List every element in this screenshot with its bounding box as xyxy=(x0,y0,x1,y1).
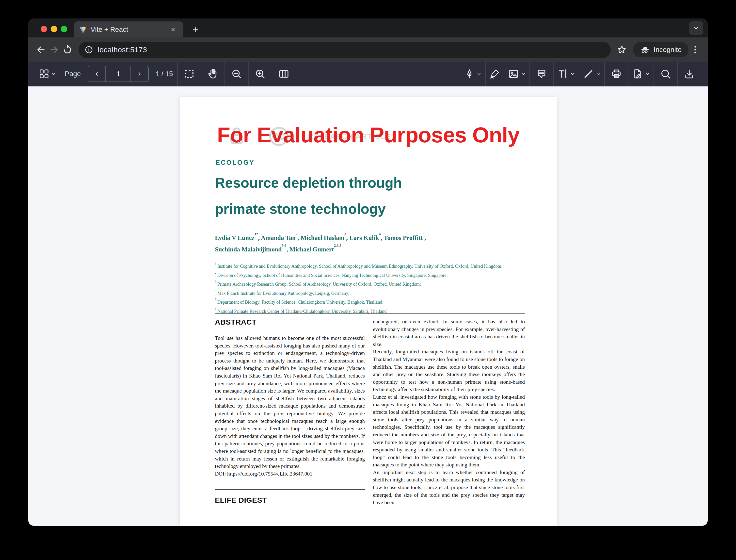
next-page-button[interactable] xyxy=(131,66,148,82)
new-tab-button[interactable] xyxy=(189,22,203,36)
signature-page-icon xyxy=(632,68,643,80)
section-rule xyxy=(215,313,525,314)
text-tool-button[interactable] xyxy=(554,62,579,86)
image-icon xyxy=(508,68,519,80)
zoom-out-button[interactable] xyxy=(225,62,248,86)
text-cursor-icon xyxy=(557,68,568,80)
digest-heading: ELIFE DIGEST xyxy=(215,496,365,504)
incognito-label: Incognito xyxy=(654,46,682,54)
hand-icon xyxy=(207,68,219,80)
affiliation-line: 1Institute for Cognitive and Evolutionar… xyxy=(215,261,502,270)
insert-image-button[interactable] xyxy=(504,62,529,86)
maximize-window-button[interactable] xyxy=(61,26,67,32)
search-document-button[interactable] xyxy=(654,62,677,86)
chevron-down-icon xyxy=(570,71,575,77)
subject-category: ECOLOGY xyxy=(215,159,255,166)
vite-favicon-icon xyxy=(79,26,87,33)
highlighter-icon xyxy=(489,68,500,80)
abstract-text: Tool use has allowed humans to become on… xyxy=(215,334,365,470)
forward-arrow-icon xyxy=(49,45,59,55)
affiliation-line: 2Division of Psychology, School of Human… xyxy=(215,270,502,280)
browser-toolbar: localhost:5173 Incognito xyxy=(28,37,708,62)
print-button[interactable] xyxy=(605,62,628,86)
affiliation-line: 5Department of Biology, Faculty of Scien… xyxy=(215,297,502,306)
site-info-icon[interactable] xyxy=(84,45,93,54)
right-column: endangered, or even extinct. In some cas… xyxy=(373,318,525,506)
document-page: RESEARCH ARTICLE For Evaluation Purposes… xyxy=(180,97,557,526)
digest-paragraph: endangered, or even extinct. In some cas… xyxy=(373,318,525,348)
highlight-freeform-button[interactable] xyxy=(486,62,504,86)
pdf-viewport[interactable]: RESEARCH ARTICLE For Evaluation Purposes… xyxy=(28,86,708,526)
page-count-indicator: 1 / 15 xyxy=(151,70,177,78)
page-navigator: 1 xyxy=(88,66,149,82)
pen-annotate-button[interactable] xyxy=(460,62,485,86)
download-button[interactable] xyxy=(678,62,701,86)
back-button[interactable] xyxy=(34,43,48,56)
abstract-heading: ABSTRACT xyxy=(215,318,365,326)
two-page-spread-icon xyxy=(278,68,290,80)
affiliation-line: 4Max Planck Institute for Evolutionary A… xyxy=(215,288,502,297)
chevron-down-icon xyxy=(595,71,601,77)
digest-paragraph: An important next step is to learn wheth… xyxy=(373,469,525,506)
author-line: Suchinda Malaivijitnond5,6, Michael Gume… xyxy=(215,243,426,254)
doi-text: DOI: https://doi.org/10.7554/eLife.23647… xyxy=(215,470,365,478)
url-text: localhost:5173 xyxy=(98,46,147,54)
affiliation-line: 3Primate Archaeology Research Group, Sch… xyxy=(215,279,502,288)
reload-button[interactable] xyxy=(61,43,74,56)
close-window-button[interactable] xyxy=(41,26,47,32)
digest-paragraph: Recently, long-tailed macaques living on… xyxy=(373,348,525,393)
incognito-badge: Incognito xyxy=(633,42,688,57)
page-label: Page xyxy=(60,70,85,78)
page-number-input[interactable]: 1 xyxy=(106,66,131,82)
window-controls xyxy=(41,26,67,32)
download-icon xyxy=(684,68,695,80)
digest-paragraph: Luncz et al. investigated how foraging w… xyxy=(373,393,525,469)
tab-search-button[interactable] xyxy=(689,21,703,35)
chevron-down-icon xyxy=(476,71,482,77)
reload-icon xyxy=(62,45,73,55)
browser-tab[interactable]: Vite + React xyxy=(74,21,183,37)
search-icon xyxy=(660,68,671,80)
bookmark-button[interactable] xyxy=(615,43,628,56)
hand-pan-button[interactable] xyxy=(201,62,225,86)
chevron-left-icon xyxy=(94,71,100,77)
incognito-icon xyxy=(640,45,650,55)
sign-document-button[interactable] xyxy=(628,62,654,86)
printer-icon xyxy=(611,68,622,80)
section-rule xyxy=(215,489,365,490)
comment-button[interactable] xyxy=(530,62,553,86)
marquee-select-button[interactable] xyxy=(178,62,201,86)
author-line: Lydia V Luncz1*, Amanda Tan2, Michael Ha… xyxy=(215,231,426,243)
forward-button[interactable] xyxy=(48,43,61,56)
star-icon xyxy=(617,45,627,55)
zoom-out-icon xyxy=(231,68,242,80)
pdf-toolbar: Page 1 1 / 15 xyxy=(28,62,708,86)
chevron-down-icon xyxy=(692,24,700,32)
affiliation-list: 1Institute for Cognitive and Evolutionar… xyxy=(215,261,502,315)
grid-icon xyxy=(39,68,49,79)
author-list: Lydia V Luncz1*, Amanda Tan2, Michael Ha… xyxy=(215,231,426,254)
chevron-down-icon xyxy=(51,71,56,77)
pen-nib-icon xyxy=(464,68,475,79)
browser-window: Vite + React xyxy=(28,18,708,526)
minimize-window-button[interactable] xyxy=(51,26,57,32)
kebab-menu-icon xyxy=(690,45,700,55)
line-tool-button[interactable] xyxy=(579,62,604,86)
article-body: ABSTRACT Tool use has allowed humans to … xyxy=(215,318,525,506)
chevron-down-icon xyxy=(521,71,526,77)
previous-page-button[interactable] xyxy=(88,66,105,82)
chevron-down-icon xyxy=(645,71,650,77)
tab-strip: Vite + React xyxy=(28,18,708,37)
evaluation-watermark: For Evaluation Purposes Only xyxy=(180,122,557,148)
marquee-selection-icon xyxy=(184,68,195,80)
line-icon xyxy=(583,68,594,80)
browser-menu-button[interactable] xyxy=(688,43,702,56)
page-layout-button[interactable] xyxy=(272,62,296,86)
tab-close-icon[interactable] xyxy=(168,25,178,34)
address-bar[interactable]: localhost:5173 xyxy=(79,42,611,58)
comment-bubble-icon xyxy=(536,68,547,80)
thumbnail-panel-button[interactable] xyxy=(35,62,60,86)
back-arrow-icon xyxy=(36,45,46,55)
tab-title: Vite + React xyxy=(91,26,128,33)
zoom-in-button[interactable] xyxy=(249,62,272,86)
